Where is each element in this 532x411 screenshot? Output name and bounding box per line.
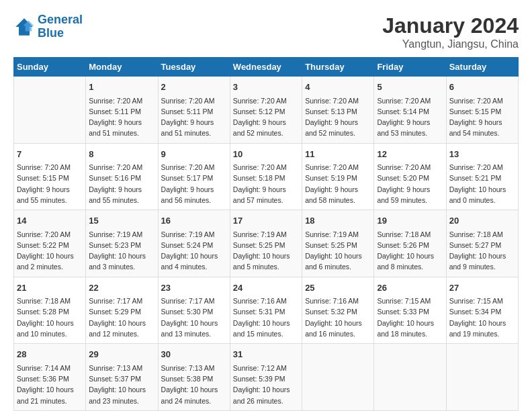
calendar-table: Sunday Monday Tuesday Wednesday Thursday… xyxy=(13,57,519,411)
header-friday: Friday xyxy=(374,58,446,77)
day-info: Sunrise: 7:18 AM Sunset: 5:26 PM Dayligh… xyxy=(377,229,443,273)
logo-text: General Blue xyxy=(38,13,83,40)
table-row: 4Sunrise: 7:20 AM Sunset: 5:13 PM Daylig… xyxy=(302,77,374,144)
table-row xyxy=(374,344,446,411)
table-row: 16Sunrise: 7:19 AM Sunset: 5:24 PM Dayli… xyxy=(158,210,230,277)
day-info: Sunrise: 7:20 AM Sunset: 5:21 PM Dayligh… xyxy=(449,162,515,205)
day-number: 22 xyxy=(89,281,154,295)
day-info: Sunrise: 7:13 AM Sunset: 5:38 PM Dayligh… xyxy=(161,363,227,406)
day-number: 25 xyxy=(305,281,371,295)
day-info: Sunrise: 7:20 AM Sunset: 5:14 PM Dayligh… xyxy=(377,95,443,139)
day-number: 31 xyxy=(233,348,299,361)
day-info: Sunrise: 7:20 AM Sunset: 5:20 PM Dayligh… xyxy=(377,162,443,205)
day-info: Sunrise: 7:20 AM Sunset: 5:19 PM Dayligh… xyxy=(305,162,371,205)
day-number: 27 xyxy=(449,281,515,295)
day-info: Sunrise: 7:19 AM Sunset: 5:23 PM Dayligh… xyxy=(89,229,154,273)
day-info: Sunrise: 7:20 AM Sunset: 5:17 PM Dayligh… xyxy=(161,162,227,205)
calendar-week-row: 1Sunrise: 7:20 AM Sunset: 5:11 PM Daylig… xyxy=(14,77,519,144)
table-row: 20Sunrise: 7:18 AM Sunset: 5:27 PM Dayli… xyxy=(446,210,518,277)
day-number: 14 xyxy=(17,214,83,228)
logo-icon xyxy=(13,16,35,38)
table-row: 24Sunrise: 7:16 AM Sunset: 5:31 PM Dayli… xyxy=(230,277,302,344)
header-monday: Monday xyxy=(86,58,158,77)
day-number: 6 xyxy=(449,81,515,94)
day-number: 29 xyxy=(89,348,154,361)
day-number: 3 xyxy=(233,81,299,94)
day-info: Sunrise: 7:14 AM Sunset: 5:36 PM Dayligh… xyxy=(17,363,83,406)
day-number: 10 xyxy=(233,148,299,161)
weekday-header-row: Sunday Monday Tuesday Wednesday Thursday… xyxy=(14,58,519,77)
day-number: 24 xyxy=(233,281,299,295)
day-number: 1 xyxy=(89,81,154,94)
table-row: 13Sunrise: 7:20 AM Sunset: 5:21 PM Dayli… xyxy=(446,143,518,210)
day-number: 20 xyxy=(449,214,515,228)
logo-line2: Blue xyxy=(38,26,64,40)
day-info: Sunrise: 7:17 AM Sunset: 5:29 PM Dayligh… xyxy=(89,295,154,339)
day-info: Sunrise: 7:20 AM Sunset: 5:15 PM Dayligh… xyxy=(449,95,515,139)
header-wednesday: Wednesday xyxy=(230,58,302,77)
day-info: Sunrise: 7:20 AM Sunset: 5:15 PM Dayligh… xyxy=(17,162,83,205)
day-number: 21 xyxy=(17,281,83,295)
calendar-week-row: 21Sunrise: 7:18 AM Sunset: 5:28 PM Dayli… xyxy=(14,277,519,344)
day-info: Sunrise: 7:19 AM Sunset: 5:25 PM Dayligh… xyxy=(305,229,371,273)
day-info: Sunrise: 7:20 AM Sunset: 5:13 PM Dayligh… xyxy=(305,95,371,139)
table-row: 8Sunrise: 7:20 AM Sunset: 5:16 PM Daylig… xyxy=(86,143,158,210)
day-info: Sunrise: 7:15 AM Sunset: 5:34 PM Dayligh… xyxy=(449,295,515,339)
table-row: 26Sunrise: 7:15 AM Sunset: 5:33 PM Dayli… xyxy=(374,277,446,344)
table-row: 10Sunrise: 7:20 AM Sunset: 5:18 PM Dayli… xyxy=(230,143,302,210)
day-number: 2 xyxy=(161,81,227,94)
calendar-week-row: 14Sunrise: 7:20 AM Sunset: 5:22 PM Dayli… xyxy=(14,210,519,277)
table-row xyxy=(446,344,518,411)
table-row: 2Sunrise: 7:20 AM Sunset: 5:11 PM Daylig… xyxy=(158,77,230,144)
day-info: Sunrise: 7:16 AM Sunset: 5:32 PM Dayligh… xyxy=(305,295,371,339)
day-info: Sunrise: 7:18 AM Sunset: 5:28 PM Dayligh… xyxy=(17,295,83,339)
day-info: Sunrise: 7:16 AM Sunset: 5:31 PM Dayligh… xyxy=(233,295,299,339)
table-row xyxy=(14,77,86,144)
calendar-title: January 2024 xyxy=(382,13,519,38)
table-row: 21Sunrise: 7:18 AM Sunset: 5:28 PM Dayli… xyxy=(14,277,86,344)
table-row xyxy=(302,344,374,411)
day-number: 19 xyxy=(377,214,443,228)
logo: General Blue xyxy=(13,13,83,40)
table-row: 29Sunrise: 7:13 AM Sunset: 5:37 PM Dayli… xyxy=(86,344,158,411)
table-row: 23Sunrise: 7:17 AM Sunset: 5:30 PM Dayli… xyxy=(158,277,230,344)
header-tuesday: Tuesday xyxy=(158,58,230,77)
title-block: January 2024 Yangtun, Jiangsu, China xyxy=(382,13,519,50)
table-row: 12Sunrise: 7:20 AM Sunset: 5:20 PM Dayli… xyxy=(374,143,446,210)
logo-line1: General xyxy=(38,13,83,26)
day-number: 30 xyxy=(161,348,227,361)
day-number: 5 xyxy=(377,81,443,94)
day-info: Sunrise: 7:20 AM Sunset: 5:16 PM Dayligh… xyxy=(89,162,154,205)
day-info: Sunrise: 7:19 AM Sunset: 5:24 PM Dayligh… xyxy=(161,229,227,273)
day-info: Sunrise: 7:20 AM Sunset: 5:11 PM Dayligh… xyxy=(161,95,227,139)
calendar-week-row: 7Sunrise: 7:20 AM Sunset: 5:15 PM Daylig… xyxy=(14,143,519,210)
day-number: 28 xyxy=(17,348,83,361)
table-row: 14Sunrise: 7:20 AM Sunset: 5:22 PM Dayli… xyxy=(14,210,86,277)
table-row: 3Sunrise: 7:20 AM Sunset: 5:12 PM Daylig… xyxy=(230,77,302,144)
header-saturday: Saturday xyxy=(446,58,518,77)
day-info: Sunrise: 7:20 AM Sunset: 5:11 PM Dayligh… xyxy=(89,95,154,139)
day-info: Sunrise: 7:13 AM Sunset: 5:37 PM Dayligh… xyxy=(89,363,154,406)
calendar-week-row: 28Sunrise: 7:14 AM Sunset: 5:36 PM Dayli… xyxy=(14,344,519,411)
day-number: 15 xyxy=(89,214,154,228)
day-info: Sunrise: 7:18 AM Sunset: 5:27 PM Dayligh… xyxy=(449,229,515,273)
header-sunday: Sunday xyxy=(14,58,86,77)
table-row: 15Sunrise: 7:19 AM Sunset: 5:23 PM Dayli… xyxy=(86,210,158,277)
day-number: 17 xyxy=(233,214,299,228)
day-info: Sunrise: 7:12 AM Sunset: 5:39 PM Dayligh… xyxy=(233,363,299,406)
day-number: 26 xyxy=(377,281,443,295)
day-number: 16 xyxy=(161,214,227,228)
table-row: 17Sunrise: 7:19 AM Sunset: 5:25 PM Dayli… xyxy=(230,210,302,277)
table-row: 31Sunrise: 7:12 AM Sunset: 5:39 PM Dayli… xyxy=(230,344,302,411)
day-info: Sunrise: 7:20 AM Sunset: 5:12 PM Dayligh… xyxy=(233,95,299,139)
day-number: 8 xyxy=(89,148,154,161)
table-row: 9Sunrise: 7:20 AM Sunset: 5:17 PM Daylig… xyxy=(158,143,230,210)
table-row: 25Sunrise: 7:16 AM Sunset: 5:32 PM Dayli… xyxy=(302,277,374,344)
table-row: 6Sunrise: 7:20 AM Sunset: 5:15 PM Daylig… xyxy=(446,77,518,144)
day-info: Sunrise: 7:20 AM Sunset: 5:18 PM Dayligh… xyxy=(233,162,299,205)
day-number: 7 xyxy=(17,148,83,161)
day-number: 12 xyxy=(377,148,443,161)
table-row: 7Sunrise: 7:20 AM Sunset: 5:15 PM Daylig… xyxy=(14,143,86,210)
table-row: 5Sunrise: 7:20 AM Sunset: 5:14 PM Daylig… xyxy=(374,77,446,144)
table-row: 18Sunrise: 7:19 AM Sunset: 5:25 PM Dayli… xyxy=(302,210,374,277)
